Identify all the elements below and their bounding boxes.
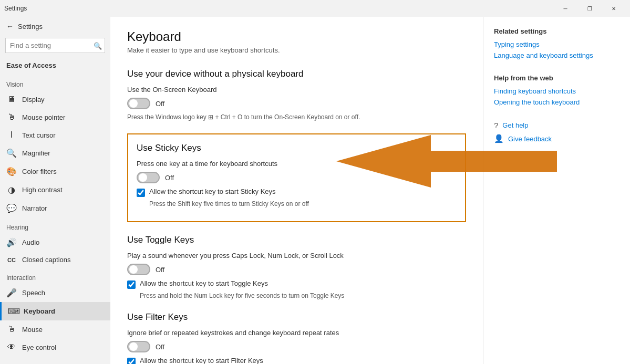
filter-keys-checkbox-label[interactable]: Allow the shortcut key to start Filter K… [140, 357, 263, 364]
related-settings-section: Related settings Typing settings Languag… [494, 27, 619, 59]
restore-button[interactable]: ❐ [577, 0, 602, 17]
filter-keys-checkbox[interactable] [127, 358, 136, 364]
color-filters-icon: 🎨 [6, 167, 17, 176]
sticky-keys-toggle-label: Off [165, 174, 174, 182]
finding-keyboard-shortcuts-link[interactable]: Finding keyboard shortcuts [494, 87, 619, 95]
mouse-icon: 🖱 [6, 325, 17, 334]
eye-control-icon: 👁 [6, 342, 17, 352]
sticky-keys-checkbox[interactable] [137, 189, 145, 197]
text-cursor-icon: I [6, 130, 17, 140]
toggle-keys-checkbox[interactable] [127, 280, 136, 289]
sidebar-item-label: Audio [22, 238, 104, 246]
sticky-keys-toggle[interactable] [137, 172, 160, 183]
search-container: 🔍 [5, 38, 105, 53]
search-input[interactable] [5, 38, 105, 53]
related-settings-title: Related settings [494, 27, 619, 35]
back-button[interactable]: ← Settings [0, 17, 110, 36]
sidebar-item-label: Keyboard [24, 307, 104, 315]
search-icon: 🔍 [94, 41, 102, 49]
sidebar-item-label: Mouse pointer [22, 113, 104, 121]
sticky-keys-checkbox-note: Press the Shift key five times to turn S… [149, 200, 457, 207]
opening-touch-keyboard-link[interactable]: Opening the touch keyboard [494, 98, 619, 106]
give-feedback-item: 👤 Give feedback [494, 134, 619, 143]
filter-keys-label: Ignore brief or repeated keystrokes and … [127, 329, 466, 337]
language-keyboard-settings-link[interactable]: Language and keyboard settings [494, 51, 619, 59]
sticky-keys-section: Use Sticky Keys Press one key at a time … [127, 133, 466, 222]
on-screen-keyboard-note: Press the Windows logo key ⊞ + Ctrl + O … [127, 113, 466, 121]
content-wrapper: Keyboard Make it easier to type and use … [110, 17, 630, 364]
high-contrast-icon: ◑ [6, 185, 17, 195]
back-label: Settings [18, 23, 43, 30]
toggle-keys-title: Use Toggle Keys [127, 235, 466, 245]
toggle-keys-label: Play a sound whenever you press Caps Loc… [127, 252, 466, 259]
main-content: Keyboard Make it easier to type and use … [110, 17, 483, 364]
sidebar-item-narrator[interactable]: 💬 Narrator [0, 199, 110, 217]
sticky-keys-label: Press one key at a time for keyboard sho… [137, 160, 457, 168]
sidebar-item-label: Magnifier [22, 149, 104, 157]
sticky-keys-title: Use Sticky Keys [137, 143, 457, 153]
sidebar-item-text-cursor[interactable]: I Text cursor [0, 126, 110, 144]
minimize-button[interactable]: ─ [553, 0, 577, 17]
toggle-keys-checkbox-note: Press and hold the Num Lock key for five… [140, 292, 466, 299]
sidebar-item-label: Mouse [22, 326, 104, 334]
on-screen-keyboard-toggle-row: Off [127, 98, 466, 109]
breadcrumb: Ease of Access [0, 59, 110, 75]
sticky-keys-toggle-row: Off [137, 172, 457, 183]
on-screen-keyboard-title: Use your device without a physical keybo… [127, 69, 466, 79]
closed-captions-icon: CC [6, 257, 17, 263]
on-screen-keyboard-toggle[interactable] [127, 98, 150, 109]
sidebar-item-closed-captions[interactable]: CC Closed captions [0, 252, 110, 268]
sidebar-item-display[interactable]: 🖥 Display [0, 90, 110, 108]
sidebar-item-label: Eye control [22, 344, 104, 351]
sidebar-item-mouse-pointer[interactable]: 🖱 Mouse pointer [0, 108, 110, 126]
window-controls: ─ ❐ ✕ [553, 0, 626, 17]
toggle-keys-checkbox-label[interactable]: Allow the shortcut key to start Toggle K… [140, 279, 268, 287]
magnifier-icon: 🔍 [6, 148, 17, 158]
keyboard-icon: ⌨ [8, 306, 18, 316]
get-help-link[interactable]: Get help [502, 121, 528, 129]
vision-category-label: Vision [0, 75, 110, 90]
toggle-keys-toggle-row: Off [127, 264, 466, 275]
mouse-pointer-icon: 🖱 [6, 112, 17, 122]
filter-keys-toggle-label: Off [156, 343, 164, 351]
sidebar-item-speech[interactable]: 🎤 Speech [0, 284, 110, 302]
give-feedback-link[interactable]: Give feedback [508, 135, 552, 143]
display-icon: 🖥 [6, 95, 17, 104]
filter-keys-toggle[interactable] [127, 341, 150, 352]
give-feedback-icon: 👤 [494, 134, 504, 143]
sidebar-item-label: Display [22, 96, 104, 103]
title-bar: Settings ─ ❐ ✕ [0, 0, 630, 17]
page-title: Keyboard [127, 29, 466, 44]
sidebar-item-label: Closed captions [22, 256, 104, 264]
typing-settings-link[interactable]: Typing settings [494, 40, 619, 48]
sidebar-item-mouse[interactable]: 🖱 Mouse [0, 320, 110, 338]
sidebar-item-eye-control[interactable]: 👁 Eye control [0, 338, 110, 356]
speech-icon: 🎤 [6, 288, 17, 298]
sidebar-item-audio[interactable]: 🔊 Audio [0, 233, 110, 252]
filter-keys-toggle-row: Off [127, 341, 466, 352]
sidebar-item-label: Text cursor [22, 131, 104, 139]
sidebar-item-label: High contrast [22, 186, 104, 194]
sidebar-item-magnifier[interactable]: 🔍 Magnifier [0, 144, 110, 162]
toggle-keys-checkbox-row: Allow the shortcut key to start Toggle K… [127, 279, 466, 289]
on-screen-keyboard-section: Use your device without a physical keybo… [127, 69, 466, 121]
sidebar-item-high-contrast[interactable]: ◑ High contrast [0, 181, 110, 199]
help-items-section: ? Get help 👤 Give feedback [494, 121, 619, 143]
sidebar: ← Settings 🔍 Ease of Access Vision 🖥 Dis… [0, 17, 110, 364]
toggle-keys-toggle[interactable] [127, 264, 150, 275]
sidebar-item-label: Color filters [22, 168, 104, 175]
sticky-keys-checkbox-label[interactable]: Allow the shortcut key to start Sticky K… [149, 188, 276, 195]
on-screen-keyboard-toggle-label: Off [156, 100, 164, 108]
help-from-web-title: Help from the web [494, 74, 619, 82]
sidebar-item-keyboard[interactable]: ⌨ Keyboard [0, 302, 110, 320]
toggle-keys-toggle-label: Off [156, 266, 164, 274]
on-screen-keyboard-label: Use the On-Screen Keyboard [127, 86, 466, 93]
sidebar-item-label: Narrator [22, 204, 104, 212]
close-button[interactable]: ✕ [602, 0, 626, 17]
narrator-icon: 💬 [6, 203, 17, 213]
get-help-item: ? Get help [494, 121, 619, 130]
filter-keys-section: Use Filter Keys Ignore brief or repeated… [127, 312, 466, 364]
sidebar-item-color-filters[interactable]: 🎨 Color filters [0, 162, 110, 181]
filter-keys-title: Use Filter Keys [127, 312, 466, 323]
interaction-category-label: Interaction [0, 268, 110, 284]
